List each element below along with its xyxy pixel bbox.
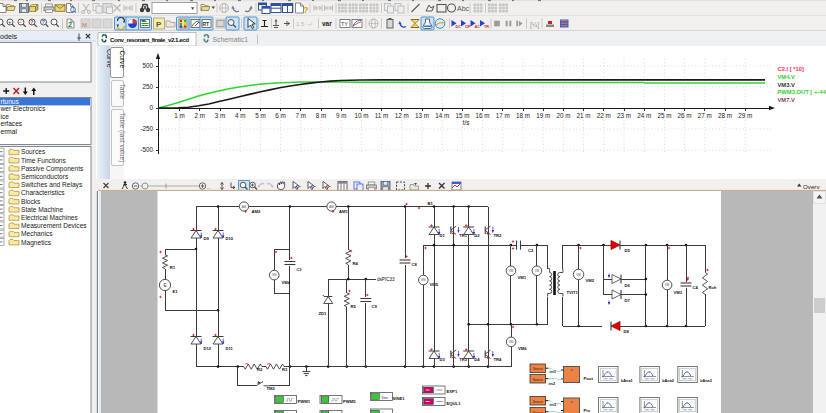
svg-text:1.5: 1.5	[296, 21, 305, 27]
svg-text:ice: ice	[1, 113, 10, 120]
svg-text:5 m: 5 m	[255, 112, 266, 119]
svg-text:4 m: 4 m	[235, 112, 246, 119]
svg-text:ermal: ermal	[1, 128, 18, 135]
svg-text:D1: D1	[440, 233, 446, 238]
svg-text:R4: R4	[353, 261, 359, 266]
svg-text:15 m: 15 m	[455, 112, 469, 119]
svg-text:2 m: 2 m	[195, 112, 206, 119]
svg-text:VM4: VM4	[282, 280, 291, 285]
svg-text:VM: VM	[665, 283, 670, 287]
svg-text:Table (last value): Table (last value)	[118, 113, 126, 163]
svg-text:Source: Source	[533, 378, 543, 382]
svg-text:+: +	[8, 19, 11, 25]
svg-text:VM: VM	[421, 278, 426, 282]
svg-text:trs2: trs2	[549, 382, 556, 386]
svg-text:Blocks: Blocks	[21, 198, 41, 205]
svg-text:Measurement Devices: Measurement Devices	[21, 222, 87, 229]
svg-text:Passive Components: Passive Components	[21, 165, 84, 173]
svg-text:VM: VM	[509, 269, 514, 273]
svg-text:D11: D11	[226, 346, 234, 351]
svg-text:[¼]: [¼]	[530, 21, 539, 29]
svg-text:D5: D5	[625, 248, 631, 253]
svg-text:C2.I [ *10]: C2.I [ *10]	[778, 66, 804, 72]
svg-text:AM1: AM1	[339, 209, 349, 214]
svg-text:D9: D9	[204, 236, 210, 241]
svg-text:VM: VM	[576, 273, 581, 277]
svg-text:21 m: 21 m	[577, 112, 591, 119]
svg-text:erfaces: erfaces	[1, 120, 23, 127]
svg-text:D8: D8	[624, 329, 630, 334]
svg-text:-500: -500	[140, 146, 153, 153]
svg-text:22 m: 22 m	[597, 112, 611, 119]
svg-text:TY: TY	[341, 21, 348, 27]
svg-text:11 m: 11 m	[375, 112, 389, 119]
svg-text:Pin: Pin	[584, 408, 591, 413]
svg-text:R3: R3	[282, 367, 288, 372]
svg-text:VM1: VM1	[518, 275, 527, 280]
svg-text:AC: AC	[475, 25, 481, 29]
svg-text:D12: D12	[204, 346, 212, 351]
svg-text:Rch: Rch	[709, 285, 717, 290]
svg-text:VM6: VM6	[518, 346, 527, 351]
svg-text:Source: Source	[533, 367, 543, 371]
svg-text:23 m: 23 m	[617, 112, 631, 119]
svg-text:AM: AM	[242, 205, 247, 209]
svg-text:Characteristics: Characteristics	[21, 189, 65, 196]
svg-text:trs3: trs3	[550, 403, 557, 407]
svg-text:1 m: 1 m	[174, 112, 185, 119]
svg-text:x: x	[571, 368, 573, 372]
svg-text:Switches and Relays: Switches and Relays	[21, 181, 83, 189]
svg-text:PWM5: PWM5	[343, 399, 356, 404]
svg-text:E: E	[163, 283, 166, 288]
svg-text:2: 2	[68, 21, 72, 28]
svg-text:Schematic1: Schematic1	[213, 36, 249, 43]
svg-text:VM: VM	[535, 269, 540, 273]
svg-text:13 m: 13 m	[415, 112, 429, 119]
svg-text:-250: -250	[140, 125, 153, 132]
svg-text:?: ?	[42, 19, 45, 25]
svg-text:25 m: 25 m	[657, 112, 671, 119]
svg-text:odels: odels	[0, 32, 18, 41]
svg-text:DC: DC	[456, 25, 462, 29]
svg-text:VM: VM	[272, 273, 277, 277]
svg-text:R2: R2	[257, 367, 263, 372]
svg-text:ZD1: ZD1	[319, 311, 328, 316]
svg-text:bAna3: bAna3	[700, 379, 712, 383]
svg-text:8 m: 8 m	[316, 112, 327, 119]
svg-text:PWM3.OUT [ +-440]: PWM3.OUT [ +-440]	[778, 89, 826, 95]
svg-text:D2: D2	[474, 233, 480, 238]
svg-text:18 m: 18 m	[516, 112, 530, 119]
svg-text:dsPIC33: dsPIC33	[377, 277, 395, 282]
svg-text:C9: C9	[372, 304, 378, 309]
svg-text:t/s: t/s	[463, 119, 470, 126]
svg-text:27 m: 27 m	[698, 112, 712, 119]
svg-text:C4: C4	[693, 285, 699, 290]
svg-text:rtunus: rtunus	[1, 98, 20, 105]
svg-text:26 m: 26 m	[678, 112, 692, 119]
svg-text:C2: C2	[528, 248, 534, 253]
svg-text:500: 500	[142, 62, 153, 69]
svg-text:SINE1: SINE1	[393, 396, 406, 401]
svg-text:D10: D10	[226, 236, 234, 241]
svg-text:PWM1: PWM1	[298, 399, 311, 404]
svg-text:Source: Source	[533, 400, 543, 404]
svg-text:TR2: TR2	[494, 233, 503, 238]
svg-text:12 m: 12 m	[395, 112, 409, 119]
svg-text:Time Functions: Time Functions	[21, 157, 67, 164]
svg-text:Curve: Curve	[119, 51, 126, 69]
svg-text:AM2: AM2	[252, 209, 262, 214]
svg-text:16 m: 16 m	[476, 112, 490, 119]
svg-text:~/: ~/	[307, 21, 313, 27]
svg-text:TM2: TM2	[267, 386, 276, 391]
svg-text:var: var	[322, 20, 332, 27]
svg-text:E1: E1	[173, 289, 179, 294]
svg-text:EXP1: EXP1	[447, 389, 458, 394]
svg-text:C1: C1	[297, 267, 303, 272]
svg-text:Magnetics: Magnetics	[21, 239, 52, 247]
svg-text:3 m: 3 m	[215, 112, 226, 119]
svg-text:D3: D3	[440, 357, 446, 362]
svg-text:24 m: 24 m	[637, 112, 651, 119]
svg-text:VM: VM	[509, 340, 514, 344]
svg-text:VM3: VM3	[674, 290, 683, 295]
svg-text:bAna1: bAna1	[621, 379, 633, 383]
